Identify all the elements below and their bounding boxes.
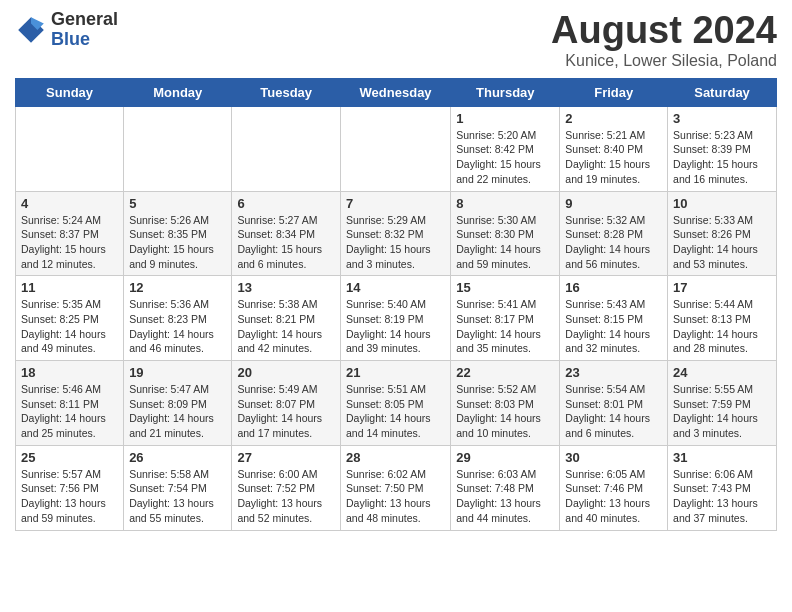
week-row-1: 1Sunrise: 5:20 AMSunset: 8:42 PMDaylight…	[16, 106, 777, 191]
title-block: August 2024 Kunice, Lower Silesia, Polan…	[551, 10, 777, 70]
header-row: SundayMondayTuesdayWednesdayThursdayFrid…	[16, 78, 777, 106]
day-number: 15	[456, 280, 554, 295]
week-row-4: 18Sunrise: 5:46 AMSunset: 8:11 PMDayligh…	[16, 361, 777, 446]
day-number: 7	[346, 196, 445, 211]
day-cell: 2Sunrise: 5:21 AMSunset: 8:40 PMDaylight…	[560, 106, 668, 191]
day-cell: 1Sunrise: 5:20 AMSunset: 8:42 PMDaylight…	[451, 106, 560, 191]
day-cell: 12Sunrise: 5:36 AMSunset: 8:23 PMDayligh…	[124, 276, 232, 361]
location: Kunice, Lower Silesia, Poland	[551, 52, 777, 70]
day-cell: 11Sunrise: 5:35 AMSunset: 8:25 PMDayligh…	[16, 276, 124, 361]
day-info: Sunrise: 5:44 AMSunset: 8:13 PMDaylight:…	[673, 297, 771, 356]
day-cell: 28Sunrise: 6:02 AMSunset: 7:50 PMDayligh…	[340, 445, 450, 530]
day-cell	[340, 106, 450, 191]
day-info: Sunrise: 5:58 AMSunset: 7:54 PMDaylight:…	[129, 467, 226, 526]
header-day-tuesday: Tuesday	[232, 78, 341, 106]
day-info: Sunrise: 5:26 AMSunset: 8:35 PMDaylight:…	[129, 213, 226, 272]
day-cell: 25Sunrise: 5:57 AMSunset: 7:56 PMDayligh…	[16, 445, 124, 530]
day-info: Sunrise: 6:00 AMSunset: 7:52 PMDaylight:…	[237, 467, 335, 526]
day-number: 3	[673, 111, 771, 126]
page-header: General Blue August 2024 Kunice, Lower S…	[15, 10, 777, 70]
calendar-header: SundayMondayTuesdayWednesdayThursdayFrid…	[16, 78, 777, 106]
day-number: 25	[21, 450, 118, 465]
day-number: 5	[129, 196, 226, 211]
day-cell: 13Sunrise: 5:38 AMSunset: 8:21 PMDayligh…	[232, 276, 341, 361]
header-day-friday: Friday	[560, 78, 668, 106]
logo-general: General	[51, 10, 118, 30]
header-day-thursday: Thursday	[451, 78, 560, 106]
day-info: Sunrise: 5:33 AMSunset: 8:26 PMDaylight:…	[673, 213, 771, 272]
day-number: 20	[237, 365, 335, 380]
day-cell: 16Sunrise: 5:43 AMSunset: 8:15 PMDayligh…	[560, 276, 668, 361]
day-number: 30	[565, 450, 662, 465]
day-info: Sunrise: 5:52 AMSunset: 8:03 PMDaylight:…	[456, 382, 554, 441]
day-info: Sunrise: 5:57 AMSunset: 7:56 PMDaylight:…	[21, 467, 118, 526]
day-info: Sunrise: 5:32 AMSunset: 8:28 PMDaylight:…	[565, 213, 662, 272]
day-info: Sunrise: 5:36 AMSunset: 8:23 PMDaylight:…	[129, 297, 226, 356]
day-cell: 27Sunrise: 6:00 AMSunset: 7:52 PMDayligh…	[232, 445, 341, 530]
day-cell: 31Sunrise: 6:06 AMSunset: 7:43 PMDayligh…	[668, 445, 777, 530]
day-cell	[16, 106, 124, 191]
day-number: 1	[456, 111, 554, 126]
day-info: Sunrise: 5:20 AMSunset: 8:42 PMDaylight:…	[456, 128, 554, 187]
day-info: Sunrise: 6:06 AMSunset: 7:43 PMDaylight:…	[673, 467, 771, 526]
day-number: 16	[565, 280, 662, 295]
logo: General Blue	[15, 10, 118, 50]
logo-blue: Blue	[51, 30, 118, 50]
day-number: 12	[129, 280, 226, 295]
day-number: 6	[237, 196, 335, 211]
day-number: 11	[21, 280, 118, 295]
day-number: 9	[565, 196, 662, 211]
day-number: 27	[237, 450, 335, 465]
month-title: August 2024	[551, 10, 777, 52]
day-number: 21	[346, 365, 445, 380]
day-cell: 24Sunrise: 5:55 AMSunset: 7:59 PMDayligh…	[668, 361, 777, 446]
day-info: Sunrise: 5:30 AMSunset: 8:30 PMDaylight:…	[456, 213, 554, 272]
day-cell: 20Sunrise: 5:49 AMSunset: 8:07 PMDayligh…	[232, 361, 341, 446]
day-number: 14	[346, 280, 445, 295]
day-info: Sunrise: 6:03 AMSunset: 7:48 PMDaylight:…	[456, 467, 554, 526]
header-day-wednesday: Wednesday	[340, 78, 450, 106]
day-cell: 19Sunrise: 5:47 AMSunset: 8:09 PMDayligh…	[124, 361, 232, 446]
week-row-5: 25Sunrise: 5:57 AMSunset: 7:56 PMDayligh…	[16, 445, 777, 530]
day-info: Sunrise: 5:55 AMSunset: 7:59 PMDaylight:…	[673, 382, 771, 441]
day-number: 2	[565, 111, 662, 126]
calendar-table: SundayMondayTuesdayWednesdayThursdayFrid…	[15, 78, 777, 531]
day-info: Sunrise: 5:40 AMSunset: 8:19 PMDaylight:…	[346, 297, 445, 356]
day-cell: 17Sunrise: 5:44 AMSunset: 8:13 PMDayligh…	[668, 276, 777, 361]
header-day-saturday: Saturday	[668, 78, 777, 106]
day-info: Sunrise: 6:05 AMSunset: 7:46 PMDaylight:…	[565, 467, 662, 526]
day-cell: 30Sunrise: 6:05 AMSunset: 7:46 PMDayligh…	[560, 445, 668, 530]
day-info: Sunrise: 6:02 AMSunset: 7:50 PMDaylight:…	[346, 467, 445, 526]
day-info: Sunrise: 5:38 AMSunset: 8:21 PMDaylight:…	[237, 297, 335, 356]
day-number: 4	[21, 196, 118, 211]
day-info: Sunrise: 5:35 AMSunset: 8:25 PMDaylight:…	[21, 297, 118, 356]
day-cell	[124, 106, 232, 191]
day-cell: 6Sunrise: 5:27 AMSunset: 8:34 PMDaylight…	[232, 191, 341, 276]
day-cell: 3Sunrise: 5:23 AMSunset: 8:39 PMDaylight…	[668, 106, 777, 191]
day-cell: 10Sunrise: 5:33 AMSunset: 8:26 PMDayligh…	[668, 191, 777, 276]
day-info: Sunrise: 5:41 AMSunset: 8:17 PMDaylight:…	[456, 297, 554, 356]
day-number: 18	[21, 365, 118, 380]
day-info: Sunrise: 5:46 AMSunset: 8:11 PMDaylight:…	[21, 382, 118, 441]
day-number: 24	[673, 365, 771, 380]
day-cell: 9Sunrise: 5:32 AMSunset: 8:28 PMDaylight…	[560, 191, 668, 276]
day-info: Sunrise: 5:51 AMSunset: 8:05 PMDaylight:…	[346, 382, 445, 441]
week-row-3: 11Sunrise: 5:35 AMSunset: 8:25 PMDayligh…	[16, 276, 777, 361]
header-day-monday: Monday	[124, 78, 232, 106]
day-cell: 14Sunrise: 5:40 AMSunset: 8:19 PMDayligh…	[340, 276, 450, 361]
day-info: Sunrise: 5:54 AMSunset: 8:01 PMDaylight:…	[565, 382, 662, 441]
day-info: Sunrise: 5:23 AMSunset: 8:39 PMDaylight:…	[673, 128, 771, 187]
day-number: 22	[456, 365, 554, 380]
day-cell: 7Sunrise: 5:29 AMSunset: 8:32 PMDaylight…	[340, 191, 450, 276]
day-number: 31	[673, 450, 771, 465]
day-cell: 26Sunrise: 5:58 AMSunset: 7:54 PMDayligh…	[124, 445, 232, 530]
day-cell: 29Sunrise: 6:03 AMSunset: 7:48 PMDayligh…	[451, 445, 560, 530]
day-info: Sunrise: 5:43 AMSunset: 8:15 PMDaylight:…	[565, 297, 662, 356]
day-number: 8	[456, 196, 554, 211]
day-info: Sunrise: 5:27 AMSunset: 8:34 PMDaylight:…	[237, 213, 335, 272]
day-number: 17	[673, 280, 771, 295]
calendar-body: 1Sunrise: 5:20 AMSunset: 8:42 PMDaylight…	[16, 106, 777, 530]
day-cell: 15Sunrise: 5:41 AMSunset: 8:17 PMDayligh…	[451, 276, 560, 361]
day-info: Sunrise: 5:29 AMSunset: 8:32 PMDaylight:…	[346, 213, 445, 272]
day-number: 19	[129, 365, 226, 380]
